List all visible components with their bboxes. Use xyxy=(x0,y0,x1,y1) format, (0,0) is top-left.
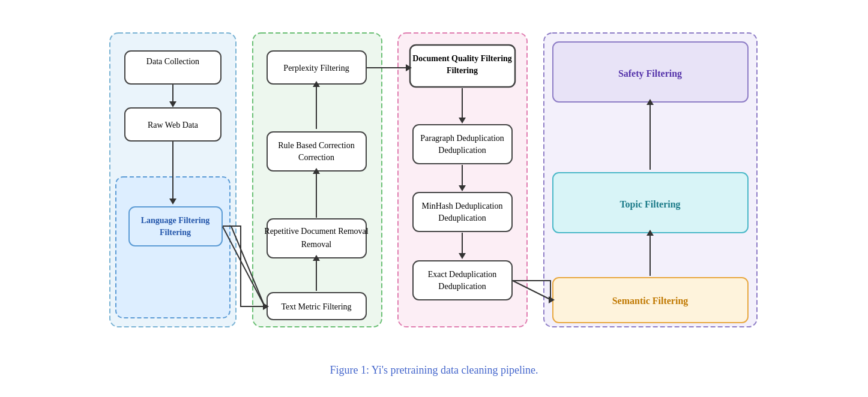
diagram-container: Data Collection Raw Web Data Language Fi… xyxy=(0,15,868,383)
diagram-svg-wrapper: Data Collection Raw Web Data Language Fi… xyxy=(104,27,764,353)
raw-web-data-label: Raw Web Data xyxy=(148,121,199,130)
minhash-dedup-label: MinHash Deduplication xyxy=(422,201,503,210)
svg-text:Deduplication: Deduplication xyxy=(438,213,486,222)
svg-text:Filtering: Filtering xyxy=(447,66,478,75)
svg-text:Correction: Correction xyxy=(298,153,334,162)
paragraph-dedup-label: Paragraph Deduplication xyxy=(420,134,504,143)
topic-filtering-label: Topic Filtering xyxy=(619,199,680,210)
svg-text:Filtering: Filtering xyxy=(160,228,191,237)
language-filtering-label: Language Filtering xyxy=(141,216,210,225)
document-quality-filtering-label: Document Quality Filtering xyxy=(412,54,512,63)
svg-rect-37 xyxy=(413,261,512,300)
perplexity-filtering-label: Perplexity Filtering xyxy=(283,64,349,73)
semantic-filtering-label: Semantic Filtering xyxy=(612,296,689,306)
svg-text:Removal: Removal xyxy=(301,240,332,249)
svg-rect-1 xyxy=(125,51,221,84)
rule-based-correction-label: Rule Based Correction xyxy=(278,141,355,150)
data-collection-label: Data Collection xyxy=(146,57,199,66)
svg-text:Deduplication: Deduplication xyxy=(438,146,486,155)
repetitive-doc-removal-label: Repetitive Document Removal xyxy=(264,227,369,236)
svg-rect-14 xyxy=(267,132,366,171)
svg-rect-29 xyxy=(413,125,512,164)
exact-dedup-label: Exact Deduplication xyxy=(428,270,497,279)
svg-rect-33 xyxy=(413,193,512,231)
svg-rect-18 xyxy=(267,219,366,258)
svg-text:Deduplication: Deduplication xyxy=(438,282,486,291)
figure-caption: Figure 1: Yi's pretraining data cleaning… xyxy=(330,364,538,377)
text-metric-filtering-label: Text Metric Filtering xyxy=(281,302,351,311)
svg-rect-8 xyxy=(129,207,222,246)
pipeline-diagram: Data Collection Raw Web Data Language Fi… xyxy=(104,27,764,351)
safety-filtering-label: Safety Filtering xyxy=(618,68,682,79)
